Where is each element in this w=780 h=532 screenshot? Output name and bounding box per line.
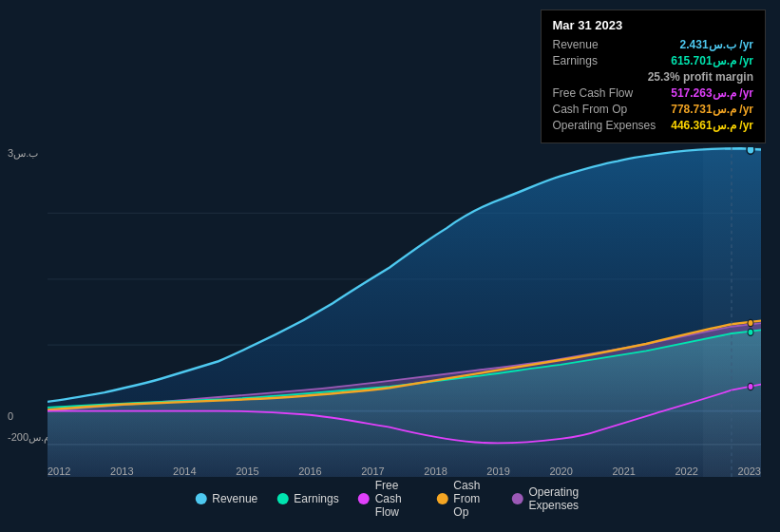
tooltip-row: Operating Expenses446.361م.س /yr: [553, 119, 753, 132]
legend-dot: [436, 493, 447, 504]
tooltip-row: Revenue2.431ب.س /yr: [553, 38, 753, 51]
tooltip-row-label: Free Cash Flow: [553, 86, 634, 100]
legend-item: Earnings: [276, 492, 338, 505]
y-axis-top-label: 3ب.س: [8, 147, 38, 160]
legend-item: Operating Expenses: [511, 485, 584, 512]
x-axis: 2012201320142015201620172018201920202021…: [48, 466, 761, 477]
x-axis-label: 2014: [173, 466, 196, 477]
tooltip-row: Earnings615.701م.س /yr: [553, 54, 753, 67]
x-axis-label: 2012: [48, 466, 70, 477]
tooltip-row: Cash From Op778.731م.س /yr: [553, 103, 753, 116]
svg-point-9: [747, 147, 754, 154]
x-axis-label: 2022: [675, 466, 697, 477]
legend-label: Cash From Op: [453, 479, 492, 519]
tooltip-row: Free Cash Flow517.263م.س /yr: [553, 86, 753, 100]
svg-point-12: [748, 383, 753, 390]
legend-label: Operating Expenses: [528, 485, 584, 512]
x-axis-label: 2021: [612, 466, 635, 477]
legend-label: Revenue: [212, 492, 257, 505]
y-axis-zero-label: 0: [8, 410, 13, 422]
x-axis-label: 2013: [110, 466, 133, 477]
tooltip-row-label: Revenue: [553, 38, 599, 51]
tooltip-row-value: 446.361م.س /yr: [671, 119, 753, 132]
x-axis-label: 2017: [361, 466, 384, 477]
legend-dot: [195, 493, 206, 504]
x-axis-label: 2023: [738, 466, 761, 477]
legend-dot: [511, 493, 523, 504]
tooltip-row-label: Cash From Op: [553, 103, 628, 116]
tooltip-row-value: 2.431ب.س /yr: [680, 38, 753, 51]
legend-item: Free Cash Flow: [358, 479, 418, 519]
legend-label: Free Cash Flow: [375, 479, 418, 519]
legend-label: Earnings: [294, 492, 338, 505]
tooltip-box: Mar 31 2023 Revenue2.431ب.س /yrEarnings6…: [541, 10, 766, 143]
legend: RevenueEarningsFree Cash FlowCash From O…: [195, 479, 585, 519]
legend-dot: [358, 493, 370, 504]
legend-dot: [276, 493, 288, 504]
x-axis-label: 2019: [486, 466, 509, 477]
tooltip-row-value: 25.3% profit margin: [648, 70, 753, 84]
x-axis-label: 2020: [549, 466, 572, 477]
chart-container: Mar 31 2023 Revenue2.431ب.س /yrEarnings6…: [0, 0, 780, 532]
tooltip-row-label: Earnings: [553, 54, 598, 67]
tooltip-row: 25.3% profit margin: [553, 70, 753, 84]
y-axis-neg-label: -200م.س: [8, 431, 50, 444]
tooltip-date: Mar 31 2023: [553, 18, 753, 32]
tooltip-row-value: 615.701م.س /yr: [671, 54, 753, 67]
svg-point-10: [748, 319, 753, 326]
legend-item: Cash From Op: [436, 479, 492, 519]
x-axis-label: 2015: [236, 466, 258, 477]
x-axis-label: 2018: [424, 466, 447, 477]
legend-item: Revenue: [195, 492, 257, 505]
tooltip-row-label: Operating Expenses: [553, 119, 656, 132]
tooltip-row-value: 517.263م.س /yr: [671, 86, 753, 100]
chart-svg-area: [48, 147, 761, 477]
x-axis-label: 2016: [298, 466, 321, 477]
svg-point-11: [748, 329, 753, 335]
tooltip-row-value: 778.731م.س /yr: [671, 103, 753, 116]
